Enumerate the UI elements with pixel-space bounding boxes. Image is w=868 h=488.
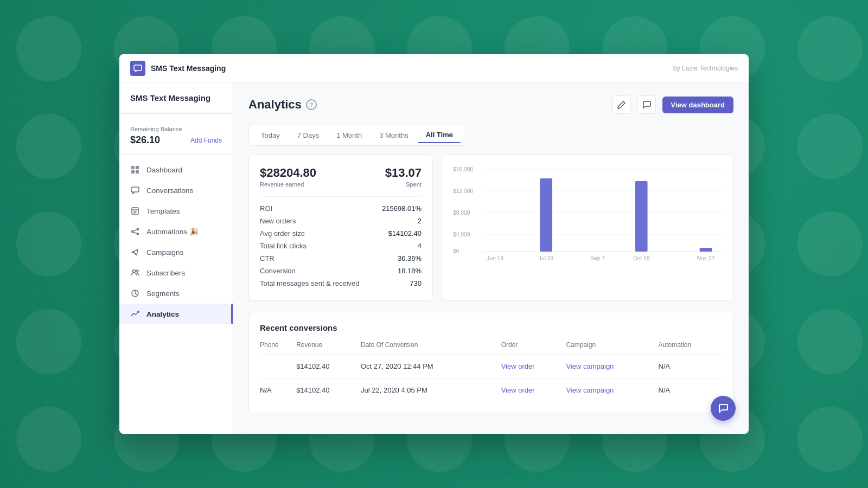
balance-section: Remaining Balance $26.10 Add Funds: [119, 119, 233, 155]
svg-rect-2: [136, 166, 139, 169]
svg-rect-4: [136, 170, 139, 174]
sidebar-item-dashboard-label: Dashboard: [146, 166, 182, 174]
col-order: Order: [501, 341, 566, 355]
sidebar-item-conversations-label: Conversations: [146, 187, 193, 195]
sidebar-item-automations[interactable]: Automations 🎉: [119, 221, 233, 242]
cell-date-2: Jul 22, 2020 4:05 PM: [361, 378, 501, 402]
tab-7days[interactable]: 7 Days: [290, 127, 327, 143]
sidebar-item-templates-label: Templates: [146, 207, 180, 215]
stat-row-neworders: New orders 2: [260, 215, 422, 227]
stat-row-conversion: Conversion 18.18%: [260, 265, 422, 277]
svg-rect-31: [700, 248, 712, 252]
view-campaign-link-1[interactable]: View campaign: [566, 362, 614, 370]
sidebar-item-campaigns-label: Campaigns: [146, 248, 183, 256]
sidebar-item-subscribers[interactable]: Subscribers: [119, 262, 233, 283]
balance-amount: $26.10: [130, 134, 160, 146]
content-header: Analytics ? View dashboard: [248, 95, 733, 114]
sidebar-item-campaigns[interactable]: Campaigns: [119, 242, 233, 262]
sidebar-item-segments[interactable]: Segments: [119, 283, 233, 304]
analytics-icon: [130, 309, 140, 319]
svg-text:$4,000: $4,000: [453, 232, 470, 237]
spent-col: $13.07 Spent: [385, 166, 422, 188]
conversions-title: Recent conversions: [260, 323, 722, 332]
chat-fab-button[interactable]: [711, 396, 736, 421]
conversions-section: Recent conversions Phone Revenue Date Of…: [248, 312, 733, 413]
sidebar-app-name: SMS Text Messaging: [119, 93, 233, 114]
stat-row-roi: ROI 215698.01%: [260, 202, 422, 215]
view-order-link-2[interactable]: View order: [501, 386, 535, 394]
cell-revenue-2: $14102.40: [296, 378, 361, 402]
templates-icon: [130, 206, 140, 216]
table-row: N/A $14102.40 Jul 22, 2020 4:05 PM View …: [260, 378, 722, 402]
top-bar-left: SMS Text Messaging: [130, 61, 226, 76]
top-bar-byline: by Lazer Technologies: [673, 65, 738, 72]
automations-icon: [130, 227, 140, 236]
svg-line-14: [133, 232, 137, 234]
tab-today[interactable]: Today: [253, 127, 288, 143]
svg-text:Jun 18: Jun 18: [487, 255, 503, 261]
view-order-link-1[interactable]: View order: [501, 362, 535, 370]
edit-icon-button[interactable]: [612, 95, 631, 114]
conversations-icon: [130, 185, 140, 195]
svg-rect-29: [540, 178, 552, 252]
sidebar-item-automations-label: Automations 🎉: [146, 227, 199, 236]
stat-row-messages: Total messages sent & received 730: [260, 277, 422, 290]
sidebar-item-analytics[interactable]: Analytics: [119, 304, 233, 324]
sidebar-item-segments-label: Segments: [146, 290, 180, 298]
stat-row-ctr: CTR 36.36%: [260, 252, 422, 265]
spent-amount: $13.07: [385, 166, 422, 180]
sidebar-item-templates[interactable]: Templates: [119, 201, 233, 221]
svg-point-11: [137, 228, 139, 230]
revenue-earned-amount: $28204.80: [260, 166, 316, 180]
cell-automation-1: N/A: [659, 355, 722, 378]
cell-revenue-1: $14102.40: [296, 355, 361, 378]
cell-automation-2: N/A: [659, 378, 722, 402]
svg-line-15: [135, 253, 136, 255]
cell-order-1: View order: [501, 355, 566, 378]
tab-3months[interactable]: 3 Months: [372, 127, 416, 143]
segments-icon: [130, 288, 140, 298]
stat-row-avgorder: Avg order size $14102.40: [260, 227, 422, 240]
col-revenue: Revenue: [296, 341, 361, 355]
cell-phone-2: N/A: [260, 378, 296, 402]
svg-text:$8,000: $8,000: [453, 210, 470, 216]
sidebar-item-dashboard[interactable]: Dashboard: [119, 159, 233, 180]
chat-icon-button[interactable]: [637, 95, 656, 114]
sidebar-item-conversations[interactable]: Conversations: [119, 180, 233, 201]
app-logo-icon: [130, 61, 145, 76]
col-campaign: Campaign: [566, 341, 658, 355]
view-dashboard-button[interactable]: View dashboard: [662, 97, 733, 113]
svg-point-16: [133, 270, 136, 273]
dashboard-icon: [130, 165, 140, 175]
cell-date-1: Oct 27, 2020 12:44 PM: [361, 355, 501, 378]
page-title: Analytics: [248, 98, 302, 112]
top-bar-title: SMS Text Messaging: [151, 64, 226, 73]
svg-text:Oct 18: Oct 18: [633, 255, 650, 261]
svg-text:$0: $0: [453, 248, 459, 254]
conversions-table: Phone Revenue Date Of Conversion Order C…: [260, 341, 722, 402]
svg-rect-0: [134, 65, 142, 70]
view-campaign-link-2[interactable]: View campaign: [566, 386, 614, 394]
tab-alltime[interactable]: All Time: [418, 127, 461, 143]
sidebar-item-analytics-label: Analytics: [146, 310, 179, 318]
svg-rect-30: [635, 181, 648, 252]
col-automation: Automation: [659, 341, 722, 355]
stats-chart-row: $28204.80 Revenue earned $13.07 Spent RO…: [248, 155, 733, 301]
svg-point-10: [132, 231, 133, 233]
svg-text:Nov 27: Nov 27: [697, 255, 715, 261]
subscribers-icon: [130, 268, 140, 278]
header-actions: View dashboard: [612, 95, 733, 114]
svg-text:Sep 7: Sep 7: [590, 255, 605, 261]
stat-row-linkclicks: Total link clicks 4: [260, 240, 422, 252]
svg-text:$12,000: $12,000: [453, 188, 474, 194]
tab-1month[interactable]: 1 Month: [329, 127, 369, 143]
add-funds-link[interactable]: Add Funds: [190, 137, 222, 144]
svg-text:$16,000: $16,000: [453, 166, 474, 172]
cell-campaign-1: View campaign: [566, 355, 658, 378]
col-phone: Phone: [260, 341, 296, 355]
cell-order-2: View order: [501, 378, 566, 402]
revenue-earned-col: $28204.80 Revenue earned: [260, 166, 316, 188]
chart-card: $16,000 $12,000 $8,000 $4,000 $0: [442, 155, 733, 301]
stats-card: $28204.80 Revenue earned $13.07 Spent RO…: [248, 155, 433, 301]
help-icon[interactable]: ?: [306, 99, 317, 110]
